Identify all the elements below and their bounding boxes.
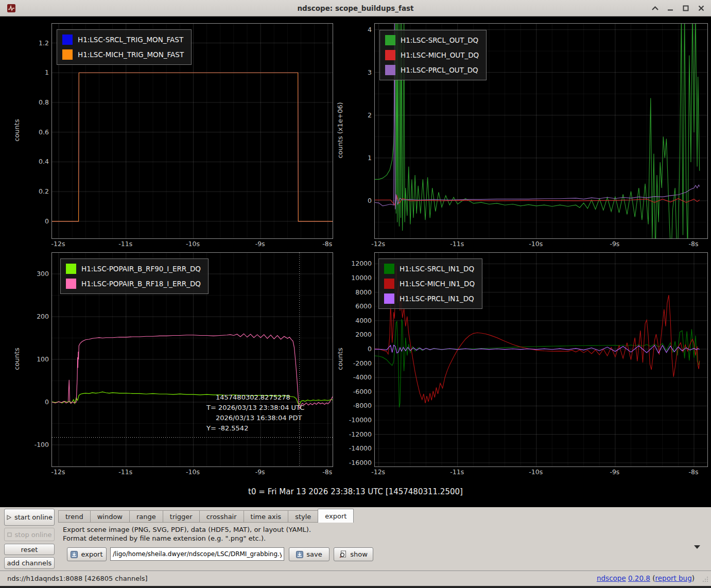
version-link[interactable]: 0.20.8 [628,574,650,582]
crosshair-utc-time: T= 2026/03/13 23:38:04 UTC [206,403,304,413]
export-button-label: export [81,550,102,558]
plot2-x-ticks: -12s-11s-10s-9s-8s [51,467,332,476]
titlebar: ndscope: scope_buildups_fast [0,0,711,16]
plot3-y-ticks: 120001000080006000400020000-2000-4000-60… [336,252,372,466]
reset-label: reset [21,546,38,554]
plot2-y-ticks: 3002001000-100 [19,252,49,466]
minimize-button[interactable] [665,3,676,14]
ndscope-link[interactable]: ndscope [597,574,626,582]
y-tick-label: 100 [37,355,49,363]
save-button-label: save [306,550,322,558]
export-button[interactable]: export [67,547,107,561]
x-tick-label: -10s [186,240,200,248]
nds-server-status: nds://h1daqnds1:8088 [426805 channels] [7,575,148,582]
series-label: H1:LSC-SRCL_TRIG_MON_FAST [78,36,183,44]
tab-style[interactable]: style [288,510,318,523]
series-label: H1:LSC-MICH_TRIG_MON_FAST [78,50,184,59]
series-swatch [384,264,394,274]
save-button[interactable]: save [289,547,330,561]
series-swatch [62,34,73,45]
export-path-input[interactable] [110,547,284,561]
collapse-panel-button[interactable] [692,543,702,551]
show-button[interactable]: show [334,547,373,561]
close-button[interactable] [696,3,707,14]
tab-range[interactable]: range [129,510,163,523]
series-swatch [385,35,395,45]
stop-online-label: stop online [15,531,52,539]
ndscope-window: ndscope: scope_buildups_fast counts 1.21… [0,0,711,588]
control-panel: start online stop online reset add chann… [0,507,711,570]
y-tick-label: 12000 [351,260,372,267]
series-swatch [62,49,73,60]
series-label: H1:LSC-POPAIR_B_RF18_I_ERR_DQ [81,280,201,288]
series-label: H1:LSC-SRCL_IN1_DQ [400,265,474,273]
status-bar: nds://h1daqnds1:8088 [426805 channels] n… [0,570,711,588]
reset-button[interactable]: reset [4,544,55,555]
plot1-legend[interactable]: H1:LSC-SRCL_OUT_DQ H1:LSC-MICH_OUT_DQ H1… [379,30,487,80]
plot1-y-ticks: 43210 [348,23,372,238]
crosshair-gps-time: 1457480302.8275278 [206,392,304,403]
maximize-button[interactable] [680,3,691,14]
legend-item: H1:LSC-SRCL_TRIG_MON_FAST [62,34,184,45]
x-tick-label: -8s [688,240,698,248]
series-label: H1:LSC-POPAIR_B_RF90_I_ERR_DQ [81,265,201,273]
y-tick-label: 0.8 [39,98,49,106]
x-tick-label: -11s [450,468,464,476]
plot2-legend[interactable]: H1:LSC-POPAIR_B_RF90_I_ERR_DQ H1:LSC-POP… [60,258,209,294]
plot0-legend[interactable]: H1:LSC-SRCL_TRIG_MON_FAST H1:LSC-MICH_TR… [57,29,192,65]
y-tick-label: 4000 [355,316,372,324]
shade-button[interactable] [649,3,661,14]
y-tick-label: 0.6 [39,128,49,135]
legend-item: H1:LSC-SRCL_OUT_DQ [385,35,479,45]
chevron-down-icon [693,545,701,549]
tab-crosshair[interactable]: crosshair [199,510,244,523]
tab-window[interactable]: window [90,510,129,523]
x-tick-label: -12s [51,240,65,248]
x-tick-label: -11s [118,240,132,248]
y-tick-label: 1 [368,153,372,161]
y-tick-label: 0 [368,345,372,353]
start-online-button[interactable]: start online [4,509,55,526]
window-title: ndscope: scope_buildups_fast [0,0,711,16]
x-tick-label: -9s [610,240,619,248]
x-tick-label: -10s [529,240,543,248]
show-button-label: show [350,550,368,558]
y-tick-label: 4 [368,25,372,33]
x-tick-label: -11s [118,468,132,476]
plot3-legend[interactable]: H1:LSC-SRCL_IN1_DQ H1:LSC-MICH_IN1_DQ H1… [378,258,482,309]
legend-item: H1:LSC-POPAIR_B_RF18_I_ERR_DQ [66,279,201,289]
y-tick-label: 0 [45,217,49,224]
y-tick-label: 1.2 [39,39,49,46]
series-label: H1:LSC-MICH_OUT_DQ [401,51,479,59]
export-description-line2: Format determined by file name extension… [63,534,266,542]
y-tick-label: -10000 [349,416,372,424]
export-icon [71,551,78,558]
stop-online-button[interactable]: stop online [4,528,55,541]
tab-trend[interactable]: trend [58,510,90,523]
series-label: H1:LSC-PRCL_OUT_DQ [401,66,478,74]
series-swatch [66,279,76,289]
export-description-line1: Export scene image (PNG, SVG, PDF), data… [63,526,311,533]
legend-item: H1:LSC-PRCL_OUT_DQ [385,65,479,75]
x-tick-label: -9s [610,468,619,476]
series-label: H1:LSC-PRCL_IN1_DQ [400,295,474,303]
tab-export[interactable]: export [318,509,354,523]
version-links: ndscope 0.20.8 (report bug) [597,574,695,582]
add-channels-button[interactable]: add channels [4,557,55,569]
resize-grip[interactable] [702,576,708,582]
tab-trigger[interactable]: trigger [163,510,199,523]
legend-item: H1:LSC-MICH_TRIG_MON_FAST [62,49,184,60]
paren-open: ( [650,574,655,582]
x-tick-label: -12s [51,468,65,476]
y-tick-label: -2000 [353,359,372,367]
report-bug-link[interactable]: report bug [655,574,692,582]
plot0-y-ticks: 1.210.80.60.40.20 [21,23,49,238]
x-tick-label: -10s [529,468,543,476]
y-tick-label: 2000 [355,331,372,338]
tab-time-axis[interactable]: time axis [244,510,288,523]
series-label: H1:LSC-SRCL_OUT_DQ [401,36,478,44]
series-swatch [384,279,394,289]
legend-item: H1:LSC-MICH_OUT_DQ [385,50,479,60]
paren-close: ) [692,574,695,582]
tab-bar: trend window range trigger crosshair tim… [58,509,354,523]
